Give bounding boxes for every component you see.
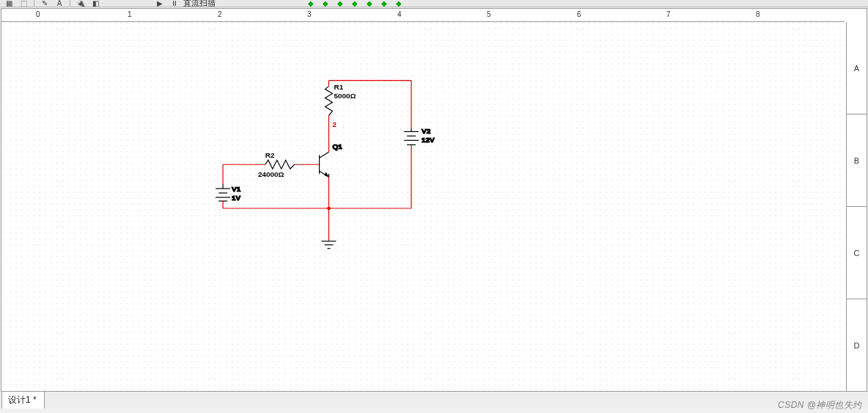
tool-icon[interactable]: ▦ bbox=[3, 0, 15, 7]
green-tool-icon[interactable]: ◆ bbox=[378, 0, 390, 7]
ruler-horizontal: 0 1 2 3 4 5 6 7 8 bbox=[1, 9, 845, 22]
green-tool-icon[interactable]: ◆ bbox=[349, 0, 361, 7]
ruler-tick: 7 bbox=[666, 10, 671, 18]
tool-icon[interactable]: ⬚ bbox=[18, 0, 29, 7]
zone-label: D bbox=[847, 299, 867, 391]
green-tool-icon[interactable]: ◆ bbox=[305, 0, 317, 7]
green-tool-icon[interactable]: ◆ bbox=[393, 0, 405, 7]
schematic-svg[interactable]: R1 5000Ω 2 Q1 R2 240 bbox=[1, 22, 846, 391]
design-tab[interactable]: 设计1 * bbox=[1, 391, 45, 409]
ruler-tick: 3 bbox=[307, 10, 312, 18]
net-label-2: 2 bbox=[332, 120, 336, 128]
tool-icon[interactable]: A bbox=[54, 0, 65, 7]
ruler-tick: 2 bbox=[218, 10, 222, 18]
tab-label: 设计1 * bbox=[8, 395, 37, 405]
svg-rect-1 bbox=[4, 22, 843, 391]
r1-name: R1 bbox=[334, 83, 343, 91]
green-tool-icon[interactable]: ◆ bbox=[334, 0, 346, 7]
zone-label: B bbox=[847, 114, 867, 207]
green-tool-icon[interactable]: ◆ bbox=[364, 0, 375, 7]
toolbar: ▦ ⬚ ✎ A 🔌 ◧ ▶ ⏸ 直流扫描 ◆ ◆ ◆ ◆ ◆ ◆ ◆ bbox=[0, 0, 868, 7]
schematic-canvas[interactable]: R1 5000Ω 2 Q1 R2 240 bbox=[1, 22, 846, 391]
v2-name: V2 bbox=[422, 127, 431, 135]
v1-name: V1 bbox=[232, 185, 241, 193]
zone-strip: A B C D bbox=[846, 22, 867, 391]
r2-name: R2 bbox=[265, 151, 275, 159]
v2-value: 12V bbox=[422, 136, 435, 144]
play-icon[interactable]: ▶ bbox=[154, 0, 166, 7]
zone-label: A bbox=[847, 22, 867, 114]
ruler-tick: 8 bbox=[756, 10, 760, 18]
ruler-tick: 6 bbox=[577, 10, 581, 18]
svg-point-14 bbox=[327, 207, 331, 211]
tool-icon[interactable]: 🔌 bbox=[75, 0, 87, 7]
r1-value: 5000Ω bbox=[334, 92, 356, 100]
zone-label: C bbox=[847, 207, 867, 299]
ruler-tick: 5 bbox=[487, 10, 491, 18]
canvas-area[interactable]: 0 1 2 3 4 5 6 7 8 A B C D bbox=[1, 9, 867, 391]
pause-icon[interactable]: ⏸ bbox=[169, 0, 180, 7]
q1-name: Q1 bbox=[332, 142, 342, 150]
ruler-tick: 1 bbox=[128, 10, 132, 18]
watermark: CSDN @神明也失约 bbox=[778, 399, 862, 412]
green-tool-icon[interactable]: ◆ bbox=[320, 0, 331, 7]
tool-icon[interactable]: ✎ bbox=[39, 0, 51, 7]
v1-value: 1V bbox=[232, 194, 241, 202]
tab-bar: 设计1 * bbox=[0, 392, 868, 409]
tool-icon[interactable]: ◧ bbox=[89, 0, 101, 7]
ruler-tick: 4 bbox=[397, 10, 402, 18]
r2-value: 24000Ω bbox=[258, 170, 284, 178]
analysis-mode-label: 直流扫描 bbox=[183, 0, 216, 7]
ruler-tick: 0 bbox=[36, 10, 40, 18]
main-panel: 0 1 2 3 4 5 6 7 8 A B C D bbox=[1, 8, 867, 392]
